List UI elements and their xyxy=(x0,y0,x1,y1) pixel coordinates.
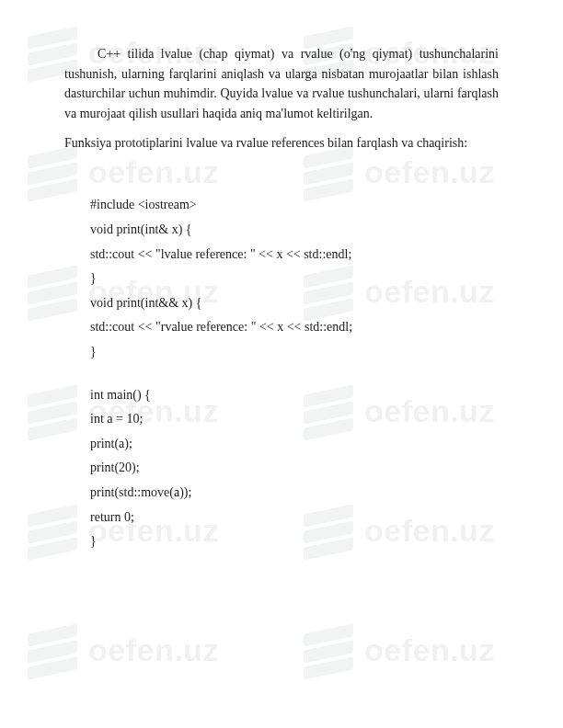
code-line: print(a); xyxy=(90,432,499,457)
code-line: int main() { xyxy=(90,383,499,408)
stack-icon xyxy=(304,625,353,675)
subtitle-paragraph: Funksiya prototiplarini lvalue va rvalue… xyxy=(64,133,499,154)
intro-paragraph: C++ tilida lvalue (chap qiymat) va rvalu… xyxy=(64,44,499,124)
code-line: std::cout << "lvalue reference: " << x <… xyxy=(90,243,499,267)
watermark-text: oefen.uz xyxy=(364,632,495,668)
code-line: print(std::move(a)); xyxy=(90,481,499,506)
code-block: #include <iostream> void print(int& x) {… xyxy=(90,193,499,553)
code-line: void print(int&& x) { xyxy=(90,291,499,316)
page-content: C++ tilida lvalue (chap qiymat) va rvalu… xyxy=(0,0,563,554)
stack-icon xyxy=(28,625,77,675)
code-line: void print(int& x) { xyxy=(90,218,499,243)
code-line: } xyxy=(90,267,499,291)
code-line: } xyxy=(90,340,499,365)
code-line: #include <iostream> xyxy=(90,193,499,218)
code-line: std::cout << "rvalue reference: " << x <… xyxy=(90,315,499,340)
code-line: return 0; xyxy=(90,506,499,530)
watermark-text: oefen.uz xyxy=(88,632,219,668)
code-line: int a = 10; xyxy=(90,407,499,432)
code-line: print(20); xyxy=(90,456,499,481)
code-line: } xyxy=(90,529,499,554)
